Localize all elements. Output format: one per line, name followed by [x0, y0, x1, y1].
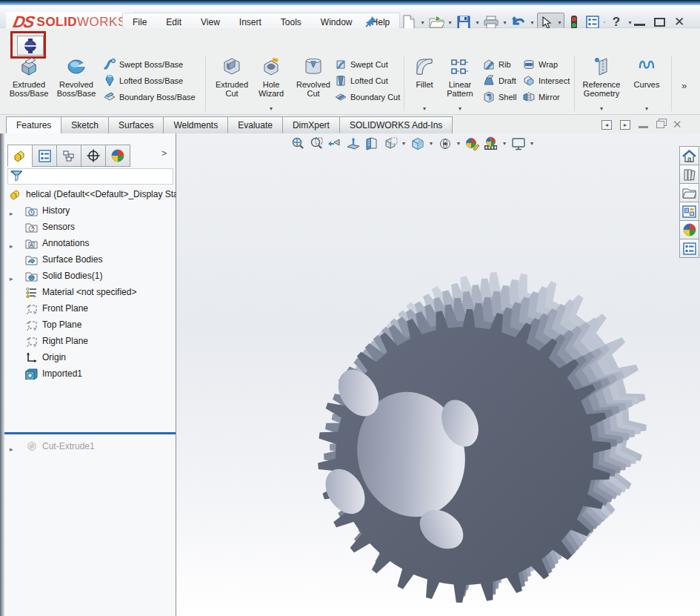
hide-show-items-button[interactable]	[436, 135, 453, 152]
swept-cut-button[interactable]: Swept Cut	[335, 58, 400, 70]
intersect-button[interactable]: Intersect	[523, 74, 570, 87]
shell-button[interactable]: Shell	[483, 90, 516, 103]
expand-arrow-icon[interactable]	[10, 443, 16, 449]
display-style-caret[interactable]	[427, 140, 435, 147]
minimize-button[interactable]	[634, 24, 645, 26]
brand-works: WORKS	[77, 15, 127, 29]
lofted-boss-base-button[interactable]: Lofted Boss/Base	[104, 74, 196, 87]
helical-gear-model[interactable]	[293, 265, 648, 614]
tree-item-imported1[interactable]: Imported1	[4, 366, 176, 381]
display-style-button[interactable]	[409, 135, 426, 152]
appearances-icon	[683, 223, 696, 236]
main-area: > helical (Default<<Default>_Display Sta…	[0, 133, 700, 616]
view-settings-caret[interactable]	[528, 140, 536, 147]
view-settings-button[interactable]	[510, 135, 527, 152]
tab-dimxpert[interactable]: DimXpert	[282, 116, 340, 133]
design-library-tab[interactable]	[679, 165, 699, 184]
tab-evaluate[interactable]: Evaluate	[227, 116, 283, 133]
linear-pattern-button[interactable]: Linear Pattern	[441, 55, 479, 113]
revolved-boss-base-button[interactable]: Revolved Boss/Base	[53, 55, 99, 113]
apply-scene-button[interactable]	[482, 135, 499, 152]
document-close-button[interactable]: ✕	[673, 118, 682, 131]
tab-weldments[interactable]: Weldments	[163, 116, 228, 133]
view-orientation-button[interactable]	[381, 135, 399, 152]
close-button[interactable]: ✕	[674, 14, 684, 30]
hide-show-items-caret[interactable]	[455, 140, 462, 147]
ribbon-overflow-chevron[interactable]: »	[681, 80, 687, 91]
tree-item-front-plane[interactable]: Front Plane	[4, 301, 176, 316]
section-view-button[interactable]	[363, 135, 380, 152]
rollback-bar[interactable]	[4, 432, 176, 434]
tree-item-cut-extrude1[interactable]: Cut-Extrude1	[4, 439, 176, 454]
maximize-button[interactable]	[654, 18, 665, 27]
document-restore-button[interactable]	[656, 121, 664, 128]
fillet-button[interactable]: Fillet	[409, 55, 440, 113]
home-tab[interactable]	[679, 146, 699, 165]
featuremanager-tree-tab[interactable]	[7, 145, 33, 167]
linear-pattern-caret[interactable]	[459, 102, 461, 113]
extruded-cut-button[interactable]: Extruded Cut	[210, 55, 253, 113]
tab-surfaces[interactable]: Surfaces	[108, 116, 164, 133]
boundary-boss-base-button[interactable]: Boundary Boss/Base	[104, 90, 196, 103]
swept-boss-base-button[interactable]: Swept Boss/Base	[104, 58, 196, 70]
displaymanager-tab[interactable]	[105, 145, 130, 167]
tree-item-history[interactable]: History	[4, 203, 176, 218]
tree-item-annotations[interactable]: A Annotations	[4, 236, 176, 251]
fillet-caret[interactable]	[423, 102, 426, 113]
tree-item-solid-bodies[interactable]: Solid Bodies(1)	[4, 268, 176, 283]
tree-item-surface-bodies[interactable]: Surface Bodies	[4, 252, 176, 267]
propertymanager-tab[interactable]	[32, 145, 57, 167]
view-orientation-caret[interactable]	[400, 140, 407, 147]
previous-view-button[interactable]	[326, 135, 343, 152]
wrap-button[interactable]: Wrap	[523, 58, 570, 70]
draft-button[interactable]: Draft	[483, 74, 516, 87]
document-minimize-button[interactable]	[639, 126, 648, 128]
collapse-left-icon[interactable]: ◂	[601, 120, 612, 130]
displaymanager-icon	[111, 149, 124, 162]
tree-item-top-plane[interactable]: Top Plane	[4, 317, 176, 332]
reference-geometry-button[interactable]: Reference Geometry	[578, 55, 625, 113]
tree-item-material[interactable]: Material <not specified>	[4, 285, 176, 299]
file-explorer-tab[interactable]	[679, 183, 699, 202]
hole-wizard-button[interactable]: Hole Wizard	[253, 55, 289, 113]
mirror-button[interactable]: Mirror	[523, 90, 570, 103]
expand-arrow-icon[interactable]	[10, 208, 16, 213]
zoom-to-fit-button[interactable]	[289, 135, 306, 152]
rib-button[interactable]: Rib	[483, 58, 516, 70]
view-palette-tab[interactable]	[679, 202, 699, 221]
ribbon-separator	[404, 56, 404, 111]
graphics-viewport[interactable]	[176, 133, 700, 616]
lofted-cut-button[interactable]: Lofted Cut	[335, 74, 400, 87]
expand-arrow-icon[interactable]	[10, 273, 16, 279]
revolved-cut-button[interactable]: Revolved Cut	[292, 55, 335, 113]
tab-features[interactable]: Features	[6, 116, 61, 133]
tree-root-helical[interactable]: helical (Default<<Default>_Display Stat	[4, 187, 176, 202]
edit-appearance-button[interactable]	[464, 135, 481, 152]
configurationmanager-tab[interactable]	[56, 145, 81, 167]
curves-button[interactable]: Curves	[628, 55, 665, 113]
curves-caret[interactable]	[645, 102, 648, 113]
file-explorer-icon	[682, 187, 696, 199]
normal-to-button[interactable]	[344, 135, 361, 152]
tree-item-origin[interactable]: Origin	[4, 350, 176, 365]
zoom-to-area-button[interactable]	[307, 135, 324, 152]
hole-wizard-caret[interactable]	[270, 102, 273, 113]
tab-solidworks-add-ins[interactable]: SOLIDWORKS Add-Ins	[339, 116, 453, 133]
apply-scene-caret[interactable]	[501, 140, 508, 147]
tree-filter-input[interactable]	[24, 170, 173, 183]
tree-item-sensors[interactable]: Sensors	[4, 219, 176, 234]
extruded-boss-base-button[interactable]: Extruded Boss/Base	[7, 55, 50, 113]
tree-item-right-plane[interactable]: Right Plane	[4, 334, 176, 348]
reference-geometry-caret[interactable]	[600, 102, 603, 113]
appearances-scenes-tab[interactable]	[679, 220, 699, 239]
dimxpertmanager-tab[interactable]	[81, 145, 106, 167]
collapse-right-icon[interactable]: ▸	[620, 120, 630, 130]
expand-arrow-icon[interactable]	[10, 240, 16, 246]
tab-sketch[interactable]: Sketch	[61, 116, 109, 133]
pin-menu-icon[interactable]	[364, 15, 378, 28]
panel-tabs-more-chevron[interactable]: >	[161, 148, 167, 159]
revolved-boss-icon	[65, 55, 87, 79]
custom-properties-tab[interactable]	[679, 239, 699, 258]
boundary-cut-button[interactable]: Boundary Cut	[335, 90, 400, 103]
part-document-button[interactable]	[17, 36, 44, 56]
